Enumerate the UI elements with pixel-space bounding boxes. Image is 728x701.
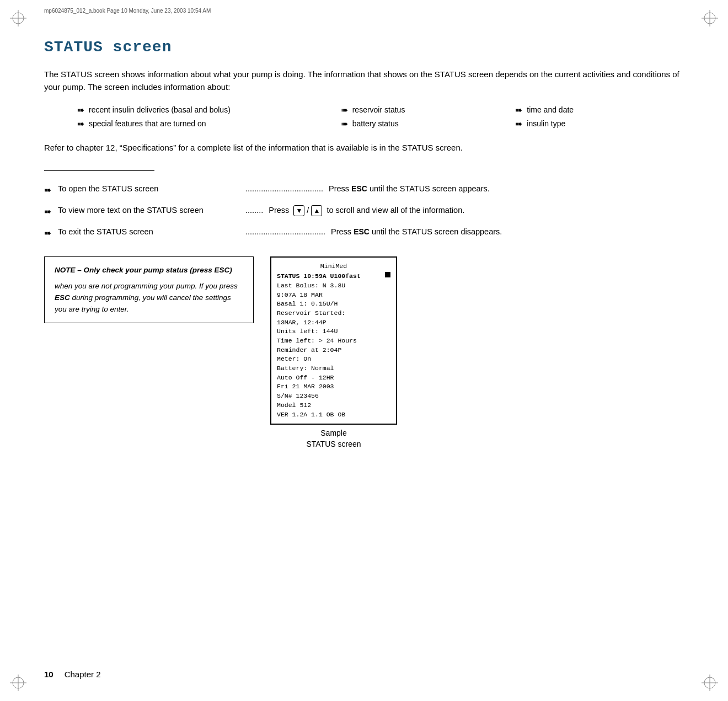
crosshair-tr	[702, 10, 718, 26]
arrow-icon-4: ➠	[77, 119, 84, 129]
sample-screen-container: MiniMed STATUS 10:59A U100fast Last Bolu…	[270, 256, 397, 450]
crosshair-tl	[10, 10, 26, 26]
divider	[44, 170, 154, 171]
bullet-item-3: ➠ time and date	[515, 105, 684, 115]
screen-line-10: Meter: On	[277, 355, 390, 364]
screen-line-9: Reminder at 2:04P	[277, 346, 390, 355]
screen-header: MiniMed	[277, 262, 390, 271]
bottom-section: NOTE – Only check your pump status (pres…	[44, 256, 684, 450]
chapter-label: Chapter 2	[65, 670, 101, 679]
esc-note: ESC	[215, 266, 230, 274]
instr-label-1: To open the STATUS screen	[58, 183, 245, 195]
bullet-item-6: ➠ insulin type	[515, 119, 684, 129]
crosshair-br	[702, 675, 718, 691]
instruction-3: ➠ To exit the STATUS screen.............…	[44, 226, 684, 240]
screen-line-5: Reservoir Started:	[277, 309, 390, 318]
screen-line-16: VER 1.2A 1.1 OB OB	[277, 410, 390, 420]
bullet-item-4: ➠ special features that are turned on	[77, 119, 341, 129]
esc-key-3: ESC	[354, 227, 370, 236]
bullet-text-2: reservoir status	[352, 105, 405, 114]
bullet-text-6: insulin type	[527, 119, 565, 128]
bullet-text-5: battery status	[352, 119, 399, 128]
sample-screen: MiniMed STATUS 10:59A U100fast Last Bolu…	[270, 256, 397, 425]
screen-line-14: S/N# 123456	[277, 392, 390, 401]
screen-status-line: STATUS 10:59A U100fast	[277, 272, 390, 281]
main-content: STATUS screen The STATUS screen shows in…	[44, 33, 684, 450]
instr-text-2: To view more text on the STATUS screen..…	[58, 205, 684, 217]
page: mp6024875_012_a.book Page 10 Monday, Jun…	[0, 0, 728, 701]
instr-text-1: To open the STATUS screen...............…	[58, 183, 684, 195]
battery-indicator	[385, 272, 390, 277]
screen-line-12: Auto Off - 12HR	[277, 373, 390, 383]
arrow-icon-3: ➠	[515, 105, 522, 115]
screen-line-6: 13MAR, 12:44P	[277, 318, 390, 328]
screen-line-15: Model 512	[277, 401, 390, 410]
instruction-2: ➠ To view more text on the STATUS screen…	[44, 205, 684, 218]
instr-action-2: Press ▼ / ▲ to scroll and view all of th…	[269, 205, 464, 217]
arrow-icon-2: ➠	[341, 105, 348, 115]
instruction-list: ➠ To open the STATUS screen.............…	[44, 183, 684, 240]
scroll-up-icon: ▲	[311, 205, 322, 216]
page-footer: 10 Chapter 2	[44, 670, 101, 679]
bullet-list: ➠ recent insulin deliveries (basal and b…	[77, 105, 684, 129]
dots-2: ........	[245, 205, 263, 217]
scroll-down-icon: ▼	[293, 205, 304, 216]
status-text: STATUS 10:59A U100fast	[277, 272, 361, 281]
screen-line-8: Time left: > 24 Hours	[277, 336, 390, 346]
instr-label-3: To exit the STATUS screen	[58, 226, 245, 238]
instr-label-2: To view more text on the STATUS screen	[58, 205, 245, 217]
arrow-icon-6: ➠	[515, 119, 522, 129]
screen-line-4: Basal 1: 0.15U/H	[277, 299, 390, 309]
page-title: STATUS screen	[44, 39, 684, 56]
note-body: when you are not programming your pump. …	[55, 281, 243, 315]
note-box: NOTE – Only check your pump status (pres…	[44, 256, 254, 324]
screen-line-13: Fri 21 MAR 2003	[277, 382, 390, 392]
scroll-icons: ▼ / ▲	[293, 205, 322, 217]
esc-note-body: ESC	[55, 293, 70, 302]
instr-arrow-2: ➠	[44, 205, 51, 218]
instruction-1: ➠ To open the STATUS screen.............…	[44, 183, 684, 197]
arrow-icon-1: ➠	[77, 105, 84, 115]
esc-key-1: ESC	[351, 184, 367, 193]
bullet-text-1: recent insulin deliveries (basal and bol…	[89, 105, 231, 114]
screen-line-3: 9:07A 18 MAR	[277, 291, 390, 300]
screen-line-7: Units left: 144U	[277, 327, 390, 336]
screen-line-11: Battery: Normal	[277, 364, 390, 373]
instr-arrow-1: ➠	[44, 184, 51, 197]
file-label: mp6024875_012_a.book Page 10 Monday, Jun…	[44, 8, 211, 14]
arrow-icon-5: ➠	[341, 119, 348, 129]
bullet-text-4: special features that are turned on	[89, 119, 206, 128]
instr-action-1: Press ESC until the STATUS screen appear…	[329, 183, 490, 195]
bullet-item-5: ➠ battery status	[341, 119, 516, 129]
page-number: 10	[44, 670, 53, 679]
instr-text-3: To exit the STATUS screen...............…	[58, 226, 684, 238]
dots-3: ....................................	[245, 226, 325, 238]
refer-paragraph: Refer to chapter 12, “Specifications” fo…	[44, 141, 684, 154]
crosshair-bl	[10, 675, 26, 691]
bullet-item-1: ➠ recent insulin deliveries (basal and b…	[77, 105, 341, 115]
instr-action-3: Press ESC until the STATUS screen disapp…	[331, 226, 502, 238]
bullet-item-2: ➠ reservoir status	[341, 105, 516, 115]
bullet-text-3: time and date	[527, 105, 574, 114]
screen-line-2: Last Bolus: N 3.8U	[277, 281, 390, 291]
sample-label: SampleSTATUS screen	[306, 428, 361, 450]
instr-arrow-3: ➠	[44, 227, 51, 240]
dots-1: ...................................	[245, 183, 323, 195]
note-title: NOTE – Only check your pump status (pres…	[55, 265, 243, 276]
intro-paragraph: The STATUS screen shows information abou…	[44, 68, 684, 94]
